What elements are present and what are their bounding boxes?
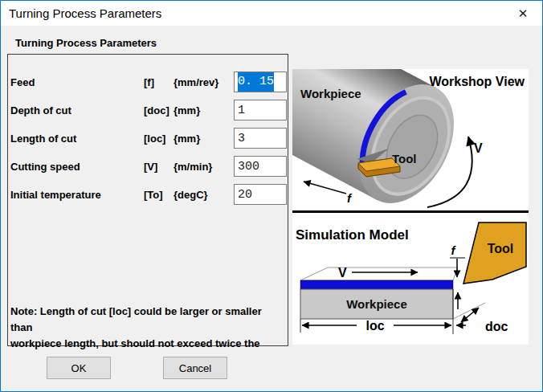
initial-temperature-input[interactable] — [234, 184, 287, 205]
simulation-model-image: Simulation Model V Workpiece f Tool loc … — [292, 213, 529, 345]
doc-unit: {mm} — [174, 104, 231, 116]
block-top-face — [300, 267, 458, 280]
note-line-1: Note: Length of cut [loc] could be large… — [10, 304, 280, 336]
workshop-view-title: Workshop View — [429, 75, 525, 88]
temp-symbol: [To] — [144, 189, 174, 201]
close-button[interactable]: ✕ — [504, 1, 541, 26]
sim-tool-label: Tool — [488, 242, 514, 255]
workshop-feed-label: f — [347, 191, 353, 205]
sim-length-label: loc — [365, 319, 384, 333]
workshop-workpiece-label: Workpiece — [300, 87, 361, 100]
feed-input-selected-text: 0. 15 — [238, 72, 274, 92]
speed-symbol: [V] — [144, 161, 174, 173]
temp-label: Initial temperature — [10, 189, 144, 201]
loc-symbol: [loc] — [144, 133, 174, 145]
depth-of-cut-input[interactable] — [234, 100, 287, 120]
temp-unit: {degC} — [174, 189, 231, 201]
workshop-view-image: Workpiece Workshop View Tool V f — [292, 69, 529, 210]
dialog-window: Turning Process Parameters ✕ Turning Pro… — [0, 0, 543, 392]
groupbox-label: Turning Process Parameters — [15, 37, 157, 49]
feed-symbol: [f] — [144, 76, 174, 88]
cancel-button[interactable]: Cancel — [163, 357, 227, 379]
sim-speed-label: V — [338, 266, 347, 280]
title-bar: Turning Process Parameters ✕ — [1, 1, 542, 26]
speed-unit: {m/min} — [174, 161, 231, 173]
sim-depth-label: doc — [485, 320, 508, 333]
ok-button[interactable]: OK — [47, 357, 111, 379]
loc-unit: {mm} — [174, 133, 231, 145]
loc-label: Length of cut — [10, 133, 144, 145]
workshop-tool-label: Tool — [392, 152, 417, 165]
doc-dim-arrow — [461, 308, 479, 322]
feed-input[interactable]: 0. 15 — [234, 71, 287, 92]
feed-label: Feed — [10, 76, 144, 88]
speed-label: Cutting speed — [10, 161, 144, 173]
note-line-2: workpiece length, but should not exceed … — [10, 336, 280, 352]
sim-workpiece-label: Workpiece — [346, 297, 407, 311]
simulation-model-title: Simulation Model — [296, 227, 409, 243]
note-text: Note: Length of cut [loc] could be large… — [10, 304, 280, 352]
workshop-speed-label: V — [474, 141, 483, 155]
doc-label: Depth of cut — [10, 104, 144, 116]
feed-unit: {mm/rev} — [174, 76, 231, 88]
cut-layer-strip — [300, 280, 453, 289]
cutting-speed-input[interactable] — [234, 156, 287, 177]
sim-feed-label: f — [451, 243, 457, 257]
length-of-cut-input[interactable] — [234, 128, 287, 149]
window-title: Turning Process Parameters — [9, 6, 161, 20]
doc-symbol: [doc] — [144, 104, 174, 116]
feed-direction-arrow — [304, 182, 346, 194]
close-icon: ✕ — [518, 6, 529, 21]
